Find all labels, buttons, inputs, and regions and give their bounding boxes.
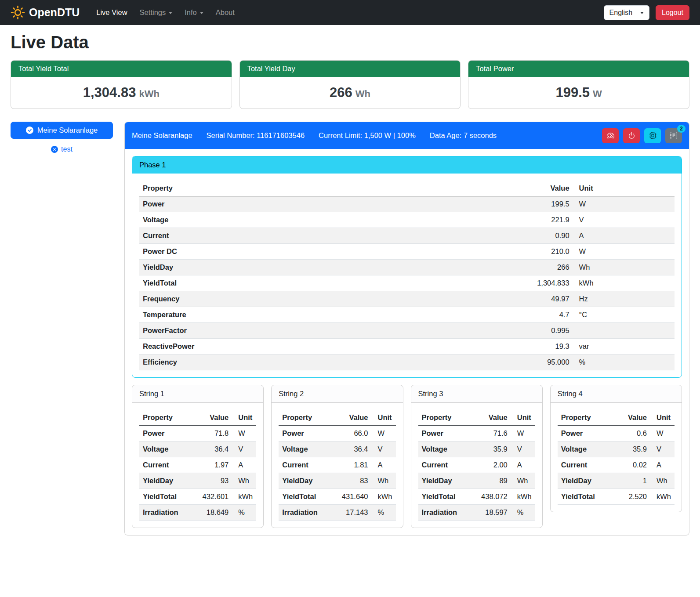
nav-info-dropdown[interactable]: Info: [179, 5, 209, 20]
property-name: Power: [139, 426, 192, 441]
property-value: 18.597: [470, 505, 511, 521]
total-yield-total-value: 1,304.83: [83, 85, 136, 100]
table-row: Power71.6W: [418, 426, 535, 441]
property-name: YieldTotal: [139, 275, 399, 291]
property-name: Power: [418, 426, 471, 441]
table-row: Irradiation18.649%: [139, 505, 256, 521]
chevron-down-icon: [640, 12, 644, 14]
property-unit: A: [511, 457, 535, 473]
property-unit: %: [372, 505, 396, 521]
event-log-button[interactable]: 2: [665, 128, 682, 143]
property-name: YieldDay: [279, 473, 331, 489]
property-unit: A: [372, 457, 396, 473]
property-name: YieldDay: [139, 473, 192, 489]
strings-grid: String 1 Property Value Unit: [132, 385, 682, 528]
check-circle-icon: [26, 127, 33, 134]
total-yield-total-card: Total Yield Total 1,304.83kWh: [11, 60, 232, 109]
page-title: Live Data: [11, 33, 689, 52]
string-1-card: String 1 Property Value Unit: [132, 385, 264, 528]
logout-button[interactable]: Logout: [656, 5, 689, 20]
table-row: Voltage221.9V: [139, 212, 675, 228]
brand-link[interactable]: OpenDTU: [11, 5, 80, 20]
property-unit: Wh: [573, 260, 675, 275]
column-header-unit: Unit: [232, 410, 256, 426]
inverter-current-limit: Current Limit: 1,500 W | 100%: [319, 131, 416, 140]
card-header: Total Yield Total: [11, 61, 232, 77]
property-name: Voltage: [558, 441, 614, 457]
table-row: Voltage36.4V: [139, 441, 256, 457]
nav-info-label: Info: [185, 8, 197, 17]
property-value: 199.5: [399, 196, 573, 212]
property-value: 221.9: [399, 212, 573, 228]
property-value: 89: [470, 473, 511, 489]
property-value: 1.97: [192, 457, 232, 473]
property-name: Power: [558, 426, 614, 441]
property-unit: %: [573, 355, 675, 370]
property-unit: var: [573, 339, 675, 355]
property-unit: V: [232, 441, 256, 457]
column-header-property: Property: [139, 181, 399, 196]
table-row: YieldDay266Wh: [139, 260, 675, 275]
property-unit: W: [511, 426, 535, 441]
column-header-unit: Unit: [372, 410, 396, 426]
column-header-property: Property: [558, 410, 614, 426]
property-unit: kWh: [372, 489, 396, 505]
property-value: 210.0: [399, 244, 573, 260]
property-name: Irradiation: [279, 505, 331, 521]
property-unit: V: [511, 441, 535, 457]
table-row: Frequency49.97Hz: [139, 291, 675, 307]
property-name: Current: [418, 457, 471, 473]
x-circle-icon: [51, 146, 58, 153]
chevron-down-icon: [200, 12, 203, 14]
property-unit: Hz: [573, 291, 675, 307]
property-value: 1: [614, 473, 650, 489]
property-value: 18.649: [192, 505, 232, 521]
nav-about-label: About: [216, 8, 235, 17]
nav-live-view[interactable]: Live View: [91, 5, 132, 20]
power-icon: [628, 132, 635, 139]
property-name: Current: [139, 228, 399, 244]
inverter-card-header: Meine Solaranlage Serial Number: 1161716…: [125, 122, 689, 149]
property-name: Irradiation: [139, 505, 192, 521]
card-body: 266Wh: [240, 77, 461, 109]
nav-about[interactable]: About: [210, 5, 240, 20]
property-value: 36.4: [331, 441, 372, 457]
property-unit: A: [650, 457, 675, 473]
property-name: YieldTotal: [279, 489, 331, 505]
property-value: 266: [399, 260, 573, 275]
property-name: PowerFactor: [139, 323, 399, 339]
table-row: PowerFactor0.995: [139, 323, 675, 339]
phase-1-body: Property Value Unit Power199.5WVoltage22…: [132, 174, 682, 377]
inverter-info-button[interactable]: [644, 128, 661, 143]
total-yield-day-card: Total Yield Day 266Wh: [239, 60, 461, 109]
speedometer-icon: [607, 132, 614, 139]
nav-settings-dropdown[interactable]: Settings: [134, 5, 178, 20]
page-container: Live Data Total Yield Total 1,304.83kWh …: [0, 33, 700, 549]
main-layout: Meine Solaranlage test Meine Solaranlage…: [11, 122, 689, 535]
language-selected-value: English: [609, 9, 632, 17]
inverter-serial: Serial Number: 116171603546: [207, 131, 305, 140]
table-row: Current0.02A: [558, 457, 675, 473]
column-header-value: Value: [614, 410, 650, 426]
column-header-value: Value: [470, 410, 511, 426]
table-row: Irradiation18.597%: [418, 505, 535, 521]
table-row: YieldTotal1,304.833kWh: [139, 275, 675, 291]
column-header-value: Value: [192, 410, 232, 426]
chevron-down-icon: [169, 12, 172, 14]
property-value: 0.90: [399, 228, 573, 244]
inverter-item-test[interactable]: test: [11, 145, 113, 153]
string-3-table: Property Value Unit Power71.6WVoltage35.…: [418, 410, 535, 521]
table-row: Current0.90A: [139, 228, 675, 244]
limit-settings-button[interactable]: [602, 128, 619, 143]
property-unit: °C: [573, 307, 675, 323]
property-unit: W: [372, 426, 396, 441]
language-select[interactable]: English: [604, 5, 649, 20]
property-name: Voltage: [139, 441, 192, 457]
power-control-button[interactable]: [623, 128, 640, 143]
total-power-unit: W: [593, 88, 602, 99]
card-body: 1,304.83kWh: [11, 77, 232, 109]
property-name: Current: [279, 457, 331, 473]
property-value: 35.9: [614, 441, 650, 457]
property-name: Current: [558, 457, 614, 473]
inverter-selected-button[interactable]: Meine Solaranlage: [11, 122, 113, 139]
